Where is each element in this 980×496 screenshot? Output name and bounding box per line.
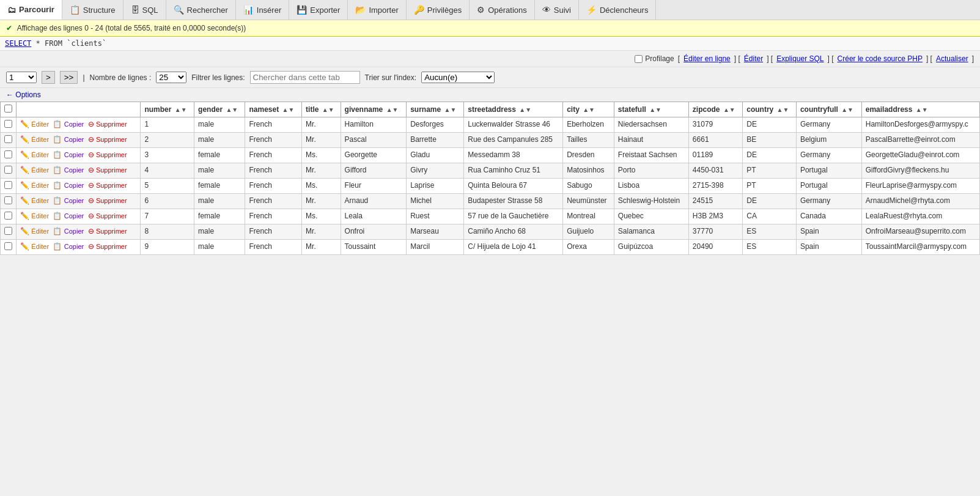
nav-sql[interactable]: 🗄 SQL — [123, 0, 166, 20]
options-arrow-link[interactable]: ← Options — [6, 91, 41, 99]
cell-countryfull: Germany — [796, 194, 861, 209]
copy-button[interactable]: Copier — [64, 151, 84, 158]
cell-nameset: French — [245, 194, 302, 209]
header-country[interactable]: country ▲▼ — [743, 102, 797, 117]
nav-rechercher[interactable]: 🔍 Rechercher — [166, 0, 236, 20]
copy-button[interactable]: Copier — [64, 120, 84, 128]
copy-icon: 📋 — [53, 227, 62, 235]
nav-parcourir[interactable]: 🗂 Parcourir — [0, 0, 62, 20]
header-surname[interactable]: surname ▲▼ — [407, 102, 464, 117]
row-checkbox[interactable] — [4, 135, 12, 143]
row-checkbox[interactable] — [4, 227, 12, 235]
header-city[interactable]: city ▲▼ — [563, 102, 614, 117]
edit-button[interactable]: Éditer — [31, 182, 49, 189]
actualiser-link[interactable]: Actualiser — [936, 54, 968, 63]
countryfull-sort-icon[interactable]: ▲▼ — [841, 106, 853, 113]
header-number[interactable]: number ▲▼ — [141, 102, 194, 117]
nav-importer[interactable]: 📂 Importer — [348, 0, 406, 20]
row-checkbox[interactable] — [4, 242, 12, 250]
row-checkbox[interactable] — [4, 212, 12, 220]
row-checkbox[interactable] — [4, 181, 12, 189]
nav-privileges[interactable]: 🔑 Privilèges — [407, 0, 470, 20]
last-page-button[interactable]: >> — [60, 71, 78, 84]
sort-select[interactable]: Aucun(e) — [421, 72, 495, 83]
delete-button[interactable]: Supprimer — [96, 228, 127, 235]
row-checkbox[interactable] — [4, 120, 12, 128]
copy-button[interactable]: Copier — [64, 243, 84, 250]
expliquer-sql-link[interactable]: Expliquer SQL — [776, 54, 823, 63]
rows-per-page-select[interactable]: 25 50 100 — [156, 72, 186, 83]
header-title[interactable]: title ▲▼ — [302, 102, 341, 117]
status-message: Affichage des lignes 0 - 24 (total de 55… — [17, 24, 246, 32]
row-checkbox[interactable] — [4, 150, 12, 158]
delete-button[interactable]: Supprimer — [96, 182, 127, 189]
statefull-sort-icon[interactable]: ▲▼ — [649, 106, 661, 113]
nav-declencheurs[interactable]: ⚡ Déclencheurs — [579, 0, 657, 20]
nav-operations[interactable]: ⚙ Opérations — [470, 0, 535, 20]
nav-inserer[interactable]: 📊 Insérer — [236, 0, 289, 20]
emailaddress-sort-icon[interactable]: ▲▼ — [916, 106, 928, 113]
surname-sort-icon[interactable]: ▲▼ — [444, 106, 457, 113]
header-nameset[interactable]: nameset ▲▼ — [245, 102, 302, 117]
number-sort-icon[interactable]: ▲▼ — [175, 106, 187, 113]
status-bar: ✔ Affichage des lignes 0 - 24 (total de … — [0, 20, 980, 37]
title-sort-icon[interactable]: ▲▼ — [322, 106, 334, 113]
gender-sort-icon[interactable]: ▲▼ — [226, 106, 238, 113]
edit-button[interactable]: Éditer — [31, 120, 49, 128]
header-gender[interactable]: gender ▲▼ — [194, 102, 245, 117]
profilage-checkbox[interactable] — [635, 55, 643, 63]
row-checkbox[interactable] — [4, 166, 12, 174]
copy-button[interactable]: Copier — [64, 197, 84, 204]
copy-button[interactable]: Copier — [64, 136, 84, 143]
edit-button[interactable]: Éditer — [31, 212, 49, 220]
givenname-sort-icon[interactable]: ▲▼ — [386, 106, 399, 113]
delete-button[interactable]: Supprimer — [96, 151, 127, 158]
city-sort-icon[interactable]: ▲▼ — [583, 106, 595, 113]
filter-input[interactable] — [250, 71, 360, 84]
delete-button[interactable]: Supprimer — [96, 212, 127, 220]
top-navigation: 🗂 Parcourir 📋 Structure 🗄 SQL 🔍 Recherch… — [0, 0, 980, 20]
streetaddress-sort-icon[interactable]: ▲▼ — [519, 106, 531, 113]
edit-button[interactable]: Éditer — [31, 166, 49, 174]
nav-exporter[interactable]: 💾 Exporter — [289, 0, 348, 20]
edit-button[interactable]: Éditer — [31, 197, 49, 204]
delete-button[interactable]: Supprimer — [96, 166, 127, 174]
cell-number: 9 — [141, 240, 194, 255]
table-row: ✏️ Éditer 📋 Copier ⊖ Supprimer 1maleFren… — [1, 117, 980, 133]
cell-nameset: French — [245, 133, 302, 148]
row-checkbox[interactable] — [4, 196, 12, 204]
header-givenname[interactable]: givenname ▲▼ — [341, 102, 407, 117]
nav-suivi[interactable]: 👁 Suivi — [535, 0, 579, 20]
edit-button[interactable]: Éditer — [31, 136, 49, 143]
header-streetaddress[interactable]: streetaddress ▲▼ — [464, 102, 563, 117]
copy-button[interactable]: Copier — [64, 212, 84, 220]
delete-button[interactable]: Supprimer — [96, 136, 127, 143]
select-all-checkbox[interactable] — [4, 105, 12, 113]
delete-button[interactable]: Supprimer — [96, 197, 127, 204]
cell-countryfull: Germany — [796, 117, 861, 133]
copy-button[interactable]: Copier — [64, 166, 84, 174]
cell-streetaddress: Quinta Beloura 67 — [464, 179, 563, 194]
nameset-sort-icon[interactable]: ▲▼ — [282, 106, 295, 113]
header-countryfull[interactable]: countryfull ▲▼ — [796, 102, 861, 117]
editer-en-ligne-link[interactable]: Éditer en ligne — [683, 54, 731, 63]
nav-structure[interactable]: 📋 Structure — [62, 0, 123, 20]
header-emailaddress[interactable]: emailaddress ▲▼ — [861, 102, 979, 117]
edit-button[interactable]: Éditer — [31, 228, 49, 235]
editer-link[interactable]: Éditer — [744, 54, 763, 63]
delete-icon: ⊖ — [88, 166, 94, 174]
zipcode-sort-icon[interactable]: ▲▼ — [723, 106, 735, 113]
header-zipcode[interactable]: zipcode ▲▼ — [688, 102, 742, 117]
copy-button[interactable]: Copier — [64, 228, 84, 235]
creer-code-php-link[interactable]: Créer le code source PHP — [838, 54, 923, 63]
header-statefull[interactable]: statefull ▲▼ — [614, 102, 688, 117]
delete-button[interactable]: Supprimer — [96, 243, 127, 250]
country-sort-icon[interactable]: ▲▼ — [777, 106, 789, 113]
page-select[interactable]: 1 — [6, 72, 37, 83]
copy-button[interactable]: Copier — [64, 182, 84, 189]
edit-button[interactable]: Éditer — [31, 151, 49, 158]
edit-button[interactable]: Éditer — [31, 243, 49, 250]
next-page-button[interactable]: > — [42, 71, 55, 84]
profilage-checkbox-label[interactable]: Profilage — [635, 54, 674, 63]
delete-button[interactable]: Supprimer — [96, 120, 127, 128]
